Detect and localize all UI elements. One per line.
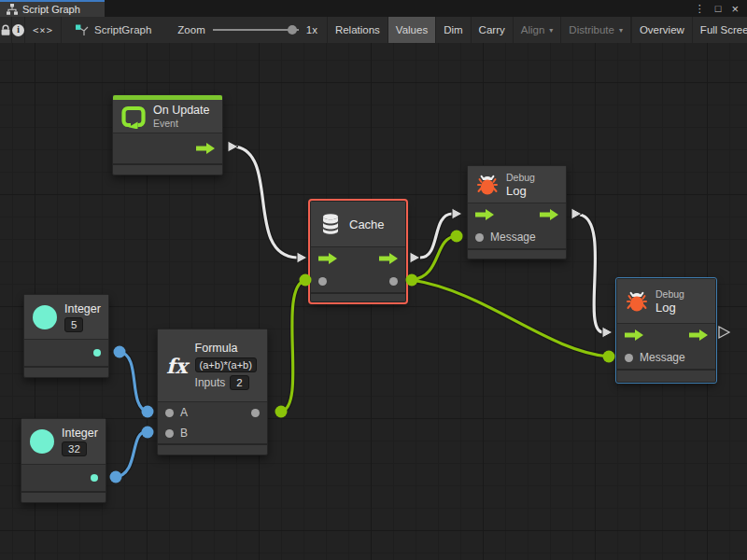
node-on-update[interactable]: On Update Event: [112, 94, 223, 175]
value-out-port[interactable]: [389, 277, 398, 286]
inputs-count-field[interactable]: 2: [230, 375, 248, 390]
node-title: Integer: [62, 427, 98, 440]
chevron-down-icon: ▾: [619, 26, 623, 35]
port-row: [468, 203, 566, 226]
flow-in-port[interactable]: [318, 253, 337, 264]
port-row: [311, 247, 405, 270]
node-footer: [24, 366, 108, 377]
fx-icon: fx: [166, 356, 188, 376]
wire-value-int1-formula-a[interactable]: [120, 352, 148, 412]
maximize-icon[interactable]: □: [715, 4, 722, 14]
carry-button[interactable]: Carry: [472, 17, 514, 43]
flow-endpoint-triangle[interactable]: [297, 252, 307, 263]
node-header: fx Formula (a+b)*(a+b) Inputs 2: [158, 329, 267, 402]
value-endpoint-dot[interactable]: [406, 274, 418, 287]
bug-icon: [476, 174, 499, 196]
dim-label: Dim: [444, 24, 462, 35]
code-icon: <×>: [33, 24, 53, 35]
tab-script-graph[interactable]: Script Graph: [0, 0, 105, 17]
value-endpoint-dot[interactable]: [603, 351, 615, 363]
node-footer: [311, 292, 405, 301]
flow-in-port[interactable]: [625, 329, 643, 341]
zoom-slider-handle[interactable]: [288, 25, 297, 35]
integer-output-port[interactable]: [93, 349, 101, 357]
integer-value-field[interactable]: 32: [62, 441, 87, 456]
input-a-label: A: [180, 406, 188, 419]
value-endpoint-dot[interactable]: [300, 274, 312, 287]
input-b-port[interactable]: [165, 429, 174, 438]
title-bar: Script Graph ⋮ □ ×: [0, 0, 747, 17]
info-icon: i: [12, 24, 24, 36]
on-update-event-icon: [121, 105, 146, 129]
node-cache[interactable]: Cache: [310, 201, 406, 302]
lock-button[interactable]: [0, 17, 12, 43]
value-endpoint-dot[interactable]: [114, 346, 126, 358]
value-endpoint-dot[interactable]: [275, 406, 288, 418]
values-label: Values: [396, 24, 428, 35]
node-formula[interactable]: fx Formula (a+b)*(a+b) Inputs 2 A B: [157, 329, 268, 455]
port-row: A: [158, 402, 267, 423]
flow-endpoint-triangle[interactable]: [571, 208, 582, 219]
node-header: Integer 5: [24, 295, 108, 340]
align-dropdown[interactable]: Align ▾: [514, 17, 562, 43]
port-row: [311, 270, 405, 292]
zoom-slider[interactable]: [213, 24, 299, 35]
node-footer: [468, 248, 566, 259]
lock-icon: [0, 24, 11, 36]
inputs-label: Inputs: [195, 376, 226, 389]
dim-button[interactable]: Dim: [436, 17, 471, 43]
graph-canvas[interactable]: On Update Event Integer 5: [0, 43, 747, 560]
window-menu-icon[interactable]: ⋮: [695, 4, 705, 14]
input-a-port[interactable]: [165, 409, 174, 417]
distribute-dropdown[interactable]: Distribute ▾: [561, 17, 631, 43]
zoom-control: Zoom 1x: [161, 17, 327, 43]
value-in-port[interactable]: [318, 277, 327, 286]
message-in-port[interactable]: [625, 354, 633, 362]
integer-value-field[interactable]: 5: [64, 317, 83, 332]
message-in-port[interactable]: [475, 233, 484, 242]
port-row: Message: [617, 346, 715, 369]
graph-name-label: ScriptGraph: [62, 17, 161, 43]
graph-toolbar: i <×> ScriptGraph Zoom 1x Relations Valu…: [0, 17, 747, 43]
node-debug-log-2[interactable]: Debug Log Message: [616, 278, 716, 383]
flow-endpoint-triangle[interactable]: [452, 208, 462, 219]
tab-title: Script Graph: [22, 4, 80, 15]
formula-expression-field[interactable]: (a+b)*(a+b): [195, 357, 257, 372]
node-debug-log-1[interactable]: Debug Log Message: [467, 165, 567, 259]
flow-endpoint-triangle[interactable]: [228, 141, 238, 152]
node-title: Log: [655, 301, 684, 315]
flow-out-port[interactable]: [379, 253, 398, 264]
wire-flow-onupdate-cache[interactable]: [235, 147, 297, 258]
close-icon[interactable]: ×: [731, 3, 739, 15]
node-footer: [158, 443, 267, 455]
values-button[interactable]: Values: [388, 17, 436, 43]
wire-value-cache-debug2[interactable]: [412, 280, 609, 357]
node-category: Debug: [655, 288, 684, 300]
wire-value-formula-cache[interactable]: [281, 280, 305, 412]
relations-button[interactable]: Relations: [328, 17, 388, 43]
flow-out-port[interactable]: [196, 143, 215, 154]
flow-out-port[interactable]: [540, 209, 558, 220]
integer-type-icon: [33, 305, 57, 329]
edit-script-button[interactable]: <×>: [25, 17, 62, 43]
value-endpoint-dot[interactable]: [451, 231, 463, 243]
result-output-port[interactable]: [251, 409, 260, 417]
node-integer-1[interactable]: Integer 5: [23, 294, 109, 378]
full-screen-button[interactable]: Full Screen: [693, 17, 747, 43]
wire-flow-cache-debug1[interactable]: [420, 214, 452, 258]
flow-in-port[interactable]: [475, 209, 494, 220]
value-endpoint-dot[interactable]: [142, 406, 154, 418]
value-endpoint-dot[interactable]: [110, 471, 122, 483]
flow-endpoint-triangle[interactable]: [602, 327, 613, 338]
node-header: On Update Event: [113, 100, 222, 133]
node-footer: [617, 369, 715, 382]
input-b-label: B: [180, 427, 188, 440]
value-endpoint-dot[interactable]: [142, 427, 154, 439]
integer-output-port[interactable]: [91, 474, 98, 482]
overview-button[interactable]: Overview: [631, 17, 693, 43]
node-integer-2[interactable]: Integer 32: [21, 418, 106, 503]
flow-out-port[interactable]: [689, 329, 708, 341]
flow-out-unconnected-triangle[interactable]: [719, 327, 729, 338]
inspect-button[interactable]: i: [12, 17, 25, 43]
flow-endpoint-triangle[interactable]: [410, 252, 420, 263]
